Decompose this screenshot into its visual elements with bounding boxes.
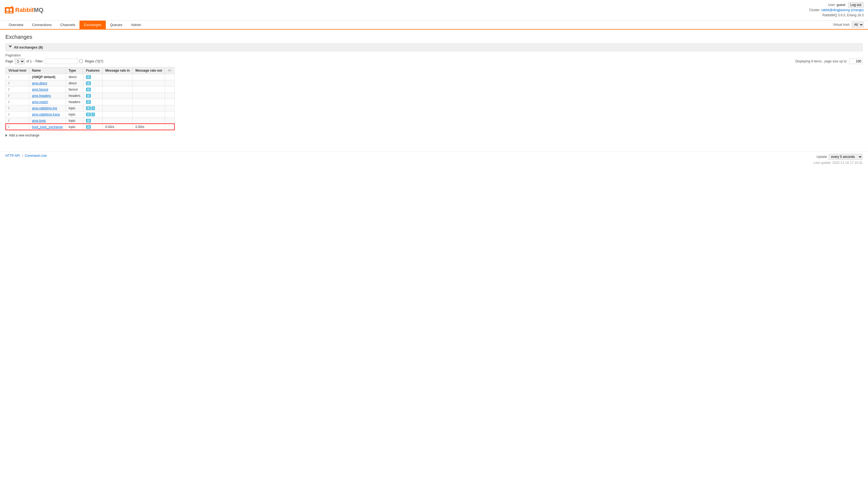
cell-name[interactable]: amq.rabbitmq.log bbox=[29, 105, 66, 111]
filter-input[interactable] bbox=[45, 59, 78, 64]
table-row[interactable]: /boot_topic_exchangetopicD0.00/s0.00/s bbox=[6, 124, 175, 130]
http-api-link[interactable]: HTTP API bbox=[5, 154, 20, 158]
footer-links: HTTP API | Command Line bbox=[5, 154, 48, 158]
cell-features: D bbox=[83, 74, 102, 80]
col-rate-in: Message rate in bbox=[102, 67, 133, 74]
table-header-row: Virtual host Name Type Features Message … bbox=[6, 67, 175, 74]
cell-name[interactable]: amq.direct bbox=[29, 80, 66, 86]
section-toggle-icon bbox=[8, 46, 12, 49]
table-row[interactable]: /amq.topictopicD bbox=[6, 117, 175, 124]
all-exchanges-section-header[interactable]: All exchanges (9) bbox=[5, 43, 863, 51]
cell-features: D bbox=[83, 92, 102, 99]
cell-plus-minus bbox=[165, 124, 175, 130]
cell-name[interactable]: amq.topic bbox=[29, 117, 66, 124]
table-row[interactable]: /amq.headersheadersD bbox=[6, 92, 175, 99]
nav-overview[interactable]: Overview bbox=[4, 21, 28, 29]
page-size-input[interactable] bbox=[849, 59, 863, 64]
table-row[interactable]: /amq.rabbitmq.tracetopicDI bbox=[6, 111, 175, 117]
table-row[interactable]: /amq.fanoutfanoutD bbox=[6, 86, 175, 92]
cell-features: D bbox=[83, 117, 102, 124]
cell-vhost: / bbox=[6, 80, 29, 86]
cell-type: topic bbox=[66, 117, 83, 124]
cell-features: DI bbox=[83, 105, 102, 111]
cell-rate-in bbox=[102, 105, 133, 111]
cell-name[interactable]: amq.match bbox=[29, 99, 66, 105]
cell-name[interactable]: boot_topic_exchange bbox=[29, 124, 66, 130]
cell-rate-in bbox=[102, 111, 133, 117]
cell-rate-in bbox=[102, 92, 133, 99]
header: RabbitMQ. User: guest Log out Cluster: r… bbox=[0, 0, 868, 21]
cluster-link[interactable]: rabbit@dingjiaxiong bbox=[822, 8, 850, 12]
cell-plus-minus bbox=[165, 74, 175, 80]
footer: HTTP API | Command Line Update every 5 s… bbox=[0, 151, 868, 167]
last-update-label: Last update: bbox=[813, 161, 831, 165]
cell-vhost: / bbox=[6, 105, 29, 111]
cell-rate-in bbox=[102, 117, 133, 124]
logo-text: RabbitMQ. bbox=[15, 6, 44, 13]
nav-connections[interactable]: Connections bbox=[28, 21, 56, 29]
main-content: Exchanges All exchanges (9) Pagination P… bbox=[0, 30, 868, 146]
nav-queues[interactable]: Queues bbox=[106, 21, 127, 29]
cluster-change-link[interactable]: (change) bbox=[851, 8, 864, 12]
cell-plus-minus bbox=[165, 117, 175, 124]
footer-separator: | bbox=[22, 154, 23, 158]
page-of-label: of 1 bbox=[26, 59, 32, 63]
last-update-value: 2022-11-16 17:15:31 bbox=[833, 161, 863, 165]
section-title: All exchanges (9) bbox=[14, 45, 43, 49]
cell-name[interactable]: amq.rabbitmq.trace bbox=[29, 111, 66, 117]
user-label: User: bbox=[828, 3, 836, 7]
cell-rate-in bbox=[102, 86, 133, 92]
table-row[interactable]: /amq.directdirectD bbox=[6, 80, 175, 86]
col-plus-minus: +/- bbox=[165, 67, 175, 74]
cell-type: direct bbox=[66, 80, 83, 86]
svg-rect-3 bbox=[6, 12, 9, 13]
cell-vhost: / bbox=[6, 117, 29, 124]
cell-vhost: / bbox=[6, 74, 29, 80]
regex-checkbox[interactable] bbox=[79, 59, 83, 63]
rabbitmq-logo-icon bbox=[4, 5, 14, 15]
virtual-host-select[interactable]: All / bbox=[852, 22, 864, 28]
cell-rate-out bbox=[133, 74, 165, 80]
cell-plus-minus bbox=[165, 86, 175, 92]
cluster-label: Cluster: bbox=[809, 8, 820, 12]
pagination-right: Displaying 9 items , page size up to: bbox=[795, 59, 863, 64]
cell-name[interactable]: (AMQP default) bbox=[29, 74, 66, 80]
page-select[interactable]: 1 bbox=[14, 58, 25, 64]
table-row[interactable]: /(AMQP default)directD bbox=[6, 74, 175, 80]
command-line-link[interactable]: Command Line bbox=[25, 154, 46, 158]
logout-button[interactable]: Log out bbox=[848, 2, 864, 8]
update-select[interactable]: every 5 seconds every 10 seconds every 3… bbox=[829, 154, 863, 160]
cell-type: headers bbox=[66, 99, 83, 105]
svg-rect-5 bbox=[11, 6, 12, 8]
update-label: Update bbox=[816, 155, 827, 159]
cell-vhost: / bbox=[6, 86, 29, 92]
user-name: guest bbox=[837, 3, 845, 7]
svg-rect-1 bbox=[6, 9, 9, 11]
page-label: Page bbox=[5, 59, 13, 63]
add-exchange-section[interactable]: Add a new exchange bbox=[5, 133, 863, 137]
cell-rate-out bbox=[133, 86, 165, 92]
cell-plus-minus bbox=[165, 105, 175, 111]
cell-vhost: / bbox=[6, 111, 29, 117]
cell-vhost: / bbox=[6, 99, 29, 105]
filter-label: - Filter: bbox=[33, 59, 43, 63]
cell-features: D bbox=[83, 80, 102, 86]
table-row[interactable]: /amq.matchheadersD bbox=[6, 99, 175, 105]
cell-features: D bbox=[83, 99, 102, 105]
table-row[interactable]: /amq.rabbitmq.logtopicDI bbox=[6, 105, 175, 111]
nav-admin[interactable]: Admin bbox=[127, 21, 145, 29]
exchanges-table: Virtual host Name Type Features Message … bbox=[5, 67, 175, 130]
cell-rate-out: 0.00/s bbox=[133, 124, 165, 130]
cell-type: headers bbox=[66, 92, 83, 99]
pagination-row: Page 1 of 1 - Filter: Regex (?)(?) Displ… bbox=[5, 58, 863, 64]
nav-channels[interactable]: Channels bbox=[56, 21, 80, 29]
user-row: User: guest Log out bbox=[809, 2, 864, 8]
cell-rate-out bbox=[133, 111, 165, 117]
cluster-row: Cluster: rabbit@dingjiaxiong (change) bbox=[809, 8, 864, 13]
cell-type: fanout bbox=[66, 86, 83, 92]
cell-name[interactable]: amq.headers bbox=[29, 92, 66, 99]
nav-exchanges[interactable]: Exchanges bbox=[80, 21, 105, 29]
svg-rect-2 bbox=[10, 9, 12, 11]
cell-rate-out bbox=[133, 99, 165, 105]
cell-name[interactable]: amq.fanout bbox=[29, 86, 66, 92]
